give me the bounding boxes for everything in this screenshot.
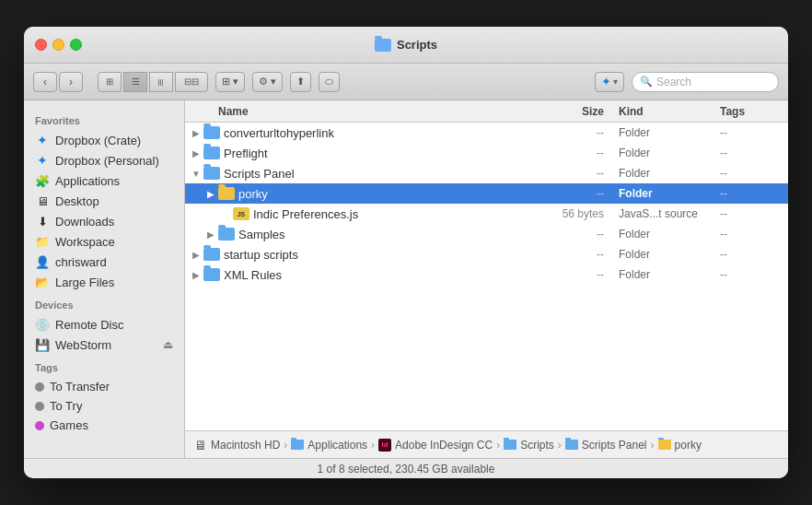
table-row[interactable]: ▶ porky -- Folder -- [185, 183, 788, 204]
traffic-lights [35, 39, 82, 51]
close-button[interactable] [35, 39, 47, 51]
expand-arrow: ▶ [203, 186, 218, 201]
view-buttons: ⊞ ☰ ⫼ ⊟⊟ [98, 72, 208, 92]
sidebar-item-desktop[interactable]: 🖥 Desktop [24, 191, 184, 211]
sidebar-item-label: Large Files [55, 276, 114, 289]
breadcrumb: 🖥 Macintosh HD › Applications › Id Adobe… [185, 430, 788, 458]
file-tags: -- [720, 228, 784, 241]
folder-icon [203, 268, 220, 281]
sidebar-item-dropbox-crate[interactable]: ✦ Dropbox (Crate) [24, 130, 184, 150]
col-tags-header: Tags [720, 105, 784, 118]
file-kind: Folder [619, 268, 720, 281]
gear-icon: ⚙ [259, 76, 268, 88]
sidebar-item-webstorm[interactable]: 💾 WebStorm ⏏ [24, 335, 184, 355]
file-list: ▶ converturltohyperlink -- Folder -- ▶ P… [185, 123, 788, 430]
devices-label: Devices [24, 292, 184, 314]
tag-button[interactable]: ⬭ [319, 72, 340, 92]
forward-button[interactable]: › [59, 72, 83, 92]
file-name: startup scripts [224, 248, 536, 262]
dropbox-crate-icon: ✦ [35, 133, 50, 147]
col-kind-header: Kind [619, 105, 720, 118]
table-row[interactable]: ▼ Scripts Panel -- Folder -- [185, 163, 788, 183]
sidebar-item-to-try[interactable]: To Try [24, 396, 184, 416]
table-row[interactable]: ▶ XML Rules -- Folder -- [185, 264, 788, 285]
title-folder-icon [375, 39, 391, 52]
sidebar-item-label: Workspace [55, 235, 115, 249]
sidebar-item-large-files[interactable]: 📂 Large Files [24, 272, 184, 292]
file-name: porky [238, 187, 536, 201]
bc-item-scripts[interactable]: Scripts [504, 439, 554, 452]
bc-label: Macintosh HD [211, 439, 280, 452]
table-row[interactable]: ▶ startup scripts -- Folder -- [185, 244, 788, 264]
view-cover-button[interactable]: ⊟⊟ [175, 72, 208, 92]
bc-item-adobe-indesign[interactable]: Id Adobe InDesign CC [378, 439, 493, 452]
file-tags: -- [720, 207, 784, 220]
bc-item-scripts-panel[interactable]: Scripts Panel [565, 439, 647, 452]
sidebar-item-games[interactable]: Games [24, 416, 184, 435]
sidebar-item-to-transfer[interactable]: To Transfer [24, 377, 184, 396]
user-icon: 👤 [35, 254, 50, 269]
bc-item-applications[interactable]: Applications [291, 439, 367, 452]
minimize-button[interactable] [52, 39, 64, 51]
eject-icon[interactable]: ⏏ [163, 338, 173, 351]
file-size: 56 bytes [536, 207, 619, 220]
sidebar-item-dropbox-personal[interactable]: ✦ Dropbox (Personal) [24, 150, 184, 170]
bc-item-porky[interactable]: porky [658, 439, 702, 452]
view-icon-button[interactable]: ⊞ [98, 72, 122, 92]
to-try-dot [35, 402, 44, 411]
file-kind: Folder [619, 167, 720, 180]
back-button[interactable]: ‹ [33, 72, 57, 92]
bc-separator: › [284, 439, 287, 452]
sidebar-item-label: Remote Disc [55, 318, 123, 332]
sidebar-item-workspace[interactable]: 📁 Workspace [24, 231, 184, 252]
bc-folder-icon [291, 440, 304, 450]
sidebar-item-label: WebStorm [55, 338, 111, 352]
sidebar-item-label: Downloads [55, 215, 114, 229]
view-column-button[interactable]: ⫼ [149, 72, 173, 92]
file-tags: -- [720, 147, 784, 159]
table-row[interactable]: ▶ Samples -- Folder -- [185, 224, 788, 244]
expand-arrow: ▶ [189, 125, 203, 140]
share-button[interactable]: ⬆ [290, 72, 311, 92]
dropbox-icon: ✦ [601, 75, 611, 88]
file-name: XML Rules [224, 268, 536, 282]
bc-separator: › [651, 439, 655, 452]
file-tags: -- [720, 187, 784, 200]
sidebar-item-applications[interactable]: 🧩 Applications [24, 170, 184, 191]
file-tags: -- [720, 268, 784, 281]
sidebar-item-downloads[interactable]: ⬇ Downloads [24, 211, 184, 231]
view-list-button[interactable]: ☰ [123, 72, 147, 92]
file-size: -- [536, 228, 619, 241]
sidebar-item-remote-disc[interactable]: 💿 Remote Disc [24, 314, 184, 335]
folder-icon [218, 228, 235, 241]
expand-arrow: ▶ [203, 227, 218, 241]
titlebar: Scripts [24, 27, 788, 64]
file-kind: Folder [619, 228, 720, 241]
search-box[interactable]: 🔍 Search [632, 72, 779, 92]
toolbar: ‹ › ⊞ ☰ ⫼ ⊟⊟ ⊞ ▾ ⚙ ▾ ⬆ ⬭ ✦ ▾ 🔍 Sea [24, 64, 788, 100]
file-tags: -- [720, 167, 784, 180]
sidebar-item-chrisward[interactable]: 👤 chrisward [24, 252, 184, 272]
bc-item-hdd[interactable]: 🖥 Macintosh HD [194, 438, 280, 452]
dropbox-button[interactable]: ✦ ▾ [595, 72, 624, 92]
to-transfer-dot [35, 382, 44, 392]
arrange-button[interactable]: ⊞ ▾ [215, 72, 245, 92]
folder-icon [203, 126, 220, 139]
expand-arrow [218, 206, 233, 221]
file-name: Samples [238, 228, 536, 241]
status-text: 1 of 8 selected, 230.45 GB available [318, 463, 495, 476]
webstorm-icon: 💾 [35, 337, 50, 352]
file-name: Preflight [224, 147, 536, 160]
table-row[interactable]: ▶ converturltohyperlink -- Folder -- [185, 123, 788, 143]
expand-arrow: ▶ [189, 247, 203, 262]
col-name-header: Name [189, 105, 536, 118]
folder-icon [218, 187, 235, 200]
table-row[interactable]: JS Indic Preferences.js 56 bytes JavaS..… [185, 204, 788, 224]
js-file-icon: JS [233, 207, 249, 220]
fullscreen-button[interactable] [70, 39, 82, 51]
hdd-icon: 🖥 [194, 438, 207, 452]
expand-arrow: ▶ [189, 267, 203, 282]
table-row[interactable]: ▶ Preflight -- Folder -- [185, 143, 788, 163]
action-button[interactable]: ⚙ ▾ [252, 72, 283, 92]
status-bar: 1 of 8 selected, 230.45 GB available [24, 458, 788, 478]
